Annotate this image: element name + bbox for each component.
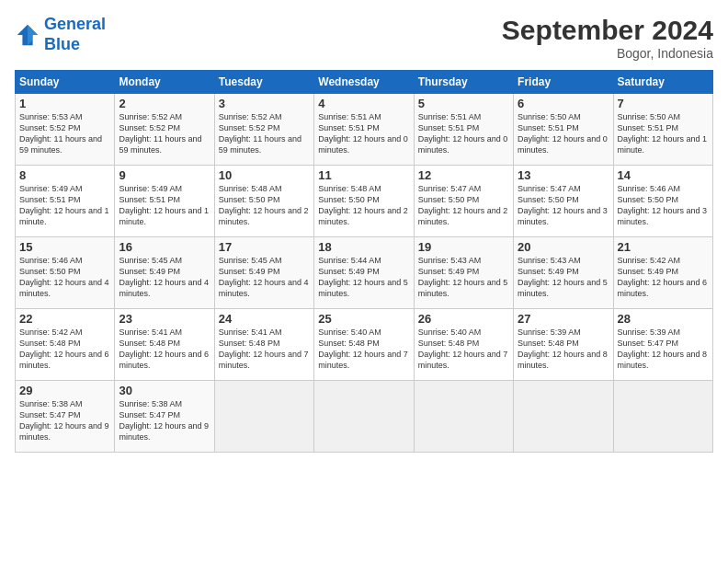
day-number: 29 — [19, 384, 110, 397]
day-number: 2 — [119, 97, 210, 110]
col-friday: Friday — [514, 71, 613, 94]
day-number: 12 — [418, 168, 509, 182]
day-number: 22 — [19, 312, 110, 326]
calendar-cell: 25 Sunrise: 5:40 AM Sunset: 5:48 PM Dayl… — [314, 309, 414, 381]
day-number: 24 — [219, 312, 310, 326]
week-row: 29 Sunrise: 5:38 AM Sunset: 5:47 PM Dayl… — [16, 381, 713, 453]
cell-info: Sunrise: 5:50 AM Sunset: 5:51 PM Dayligh… — [518, 111, 609, 156]
cell-info: Sunrise: 5:51 AM Sunset: 5:51 PM Dayligh… — [318, 111, 409, 156]
calendar-cell: 27 Sunrise: 5:39 AM Sunset: 5:48 PM Dayl… — [514, 309, 613, 381]
col-sunday: Sunday — [16, 71, 115, 94]
cell-info: Sunrise: 5:38 AM Sunset: 5:47 PM Dayligh… — [119, 398, 210, 443]
day-number: 28 — [618, 312, 709, 326]
day-number: 30 — [119, 384, 210, 397]
cell-info: Sunrise: 5:41 AM Sunset: 5:48 PM Dayligh… — [219, 327, 310, 372]
col-wednesday: Wednesday — [314, 71, 414, 94]
calendar-cell: 14 Sunrise: 5:46 AM Sunset: 5:50 PM Dayl… — [613, 166, 712, 237]
cell-info: Sunrise: 5:52 AM Sunset: 5:52 PM Dayligh… — [219, 111, 310, 156]
calendar-cell: 1 Sunrise: 5:53 AM Sunset: 5:52 PM Dayli… — [16, 94, 115, 166]
calendar-cell: 26 Sunrise: 5:40 AM Sunset: 5:48 PM Dayl… — [414, 309, 513, 381]
day-number: 9 — [119, 168, 210, 182]
calendar-cell: 22 Sunrise: 5:42 AM Sunset: 5:48 PM Dayl… — [16, 309, 115, 381]
calendar-cell: 23 Sunrise: 5:41 AM Sunset: 5:48 PM Dayl… — [115, 309, 214, 381]
col-saturday: Saturday — [613, 71, 712, 94]
calendar-cell — [414, 381, 513, 453]
day-number: 16 — [119, 240, 210, 254]
calendar-header: Sunday Monday Tuesday Wednesday Thursday… — [16, 71, 713, 94]
header-row: Sunday Monday Tuesday Wednesday Thursday… — [16, 71, 713, 94]
day-number: 26 — [418, 312, 509, 326]
cell-info: Sunrise: 5:43 AM Sunset: 5:49 PM Dayligh… — [418, 255, 509, 300]
day-number: 23 — [119, 312, 210, 326]
calendar-cell: 30 Sunrise: 5:38 AM Sunset: 5:47 PM Dayl… — [115, 381, 214, 453]
day-number: 15 — [19, 240, 110, 254]
cell-info: Sunrise: 5:48 AM Sunset: 5:50 PM Dayligh… — [219, 183, 310, 228]
day-number: 5 — [418, 97, 509, 110]
calendar-cell: 2 Sunrise: 5:52 AM Sunset: 5:52 PM Dayli… — [115, 94, 214, 166]
day-number: 27 — [518, 312, 609, 326]
day-number: 13 — [518, 168, 609, 182]
day-number: 4 — [318, 97, 409, 110]
logo-icon — [15, 22, 40, 48]
col-tuesday: Tuesday — [214, 71, 313, 94]
calendar-cell: 10 Sunrise: 5:48 AM Sunset: 5:50 PM Dayl… — [214, 166, 313, 237]
day-number: 3 — [219, 97, 310, 110]
cell-info: Sunrise: 5:39 AM Sunset: 5:47 PM Dayligh… — [618, 327, 709, 372]
logo-general: General — [44, 15, 106, 33]
cell-info: Sunrise: 5:48 AM Sunset: 5:50 PM Dayligh… — [318, 183, 409, 228]
day-number: 21 — [618, 240, 709, 254]
calendar-cell: 12 Sunrise: 5:47 AM Sunset: 5:50 PM Dayl… — [414, 166, 513, 237]
day-number: 20 — [518, 240, 609, 254]
cell-info: Sunrise: 5:40 AM Sunset: 5:48 PM Dayligh… — [418, 327, 509, 372]
calendar-body: 1 Sunrise: 5:53 AM Sunset: 5:52 PM Dayli… — [16, 94, 713, 453]
cell-info: Sunrise: 5:38 AM Sunset: 5:47 PM Dayligh… — [19, 398, 110, 443]
calendar-cell: 18 Sunrise: 5:44 AM Sunset: 5:49 PM Dayl… — [314, 237, 414, 309]
calendar-table: Sunday Monday Tuesday Wednesday Thursday… — [15, 70, 713, 453]
calendar-cell: 19 Sunrise: 5:43 AM Sunset: 5:49 PM Dayl… — [414, 237, 513, 309]
week-row: 22 Sunrise: 5:42 AM Sunset: 5:48 PM Dayl… — [16, 309, 713, 381]
col-thursday: Thursday — [414, 71, 513, 94]
calendar-page: General Blue September 2024 Bogor, Indon… — [0, 0, 728, 563]
logo: General Blue — [15, 15, 106, 54]
cell-info: Sunrise: 5:39 AM Sunset: 5:48 PM Dayligh… — [518, 327, 609, 372]
cell-info: Sunrise: 5:46 AM Sunset: 5:50 PM Dayligh… — [618, 183, 709, 228]
calendar-cell: 17 Sunrise: 5:45 AM Sunset: 5:49 PM Dayl… — [214, 237, 313, 309]
calendar-cell — [314, 381, 414, 453]
cell-info: Sunrise: 5:44 AM Sunset: 5:49 PM Dayligh… — [318, 255, 409, 300]
day-number: 7 — [618, 97, 709, 110]
col-monday: Monday — [115, 71, 214, 94]
cell-info: Sunrise: 5:46 AM Sunset: 5:50 PM Dayligh… — [19, 255, 110, 300]
calendar-cell: 5 Sunrise: 5:51 AM Sunset: 5:51 PM Dayli… — [414, 94, 513, 166]
cell-info: Sunrise: 5:51 AM Sunset: 5:51 PM Dayligh… — [418, 111, 509, 156]
calendar-cell: 4 Sunrise: 5:51 AM Sunset: 5:51 PM Dayli… — [314, 94, 414, 166]
calendar-cell — [514, 381, 613, 453]
cell-info: Sunrise: 5:49 AM Sunset: 5:51 PM Dayligh… — [19, 183, 110, 228]
week-row: 1 Sunrise: 5:53 AM Sunset: 5:52 PM Dayli… — [16, 94, 713, 166]
week-row: 8 Sunrise: 5:49 AM Sunset: 5:51 PM Dayli… — [16, 166, 713, 237]
calendar-cell — [613, 381, 712, 453]
day-number: 14 — [618, 168, 709, 182]
calendar-cell: 16 Sunrise: 5:45 AM Sunset: 5:49 PM Dayl… — [115, 237, 214, 309]
calendar-cell: 11 Sunrise: 5:48 AM Sunset: 5:50 PM Dayl… — [314, 166, 414, 237]
logo-blue: Blue — [44, 35, 80, 53]
calendar-cell: 20 Sunrise: 5:43 AM Sunset: 5:49 PM Dayl… — [514, 237, 613, 309]
calendar-cell: 7 Sunrise: 5:50 AM Sunset: 5:51 PM Dayli… — [613, 94, 712, 166]
calendar-cell: 15 Sunrise: 5:46 AM Sunset: 5:50 PM Dayl… — [16, 237, 115, 309]
cell-info: Sunrise: 5:45 AM Sunset: 5:49 PM Dayligh… — [119, 255, 210, 300]
day-number: 18 — [318, 240, 409, 254]
cell-info: Sunrise: 5:50 AM Sunset: 5:51 PM Dayligh… — [618, 111, 709, 156]
calendar-cell — [214, 381, 313, 453]
cell-info: Sunrise: 5:45 AM Sunset: 5:49 PM Dayligh… — [219, 255, 310, 300]
day-number: 17 — [219, 240, 310, 254]
day-number: 25 — [318, 312, 409, 326]
cell-info: Sunrise: 5:43 AM Sunset: 5:49 PM Dayligh… — [518, 255, 609, 300]
calendar-cell: 29 Sunrise: 5:38 AM Sunset: 5:47 PM Dayl… — [16, 381, 115, 453]
header: General Blue September 2024 Bogor, Indon… — [15, 15, 713, 61]
cell-info: Sunrise: 5:53 AM Sunset: 5:52 PM Dayligh… — [19, 111, 110, 156]
location: Bogor, Indonesia — [502, 46, 713, 61]
calendar-cell: 21 Sunrise: 5:42 AM Sunset: 5:49 PM Dayl… — [613, 237, 712, 309]
cell-info: Sunrise: 5:42 AM Sunset: 5:48 PM Dayligh… — [19, 327, 110, 372]
day-number: 19 — [418, 240, 509, 254]
day-number: 1 — [19, 97, 110, 110]
day-number: 11 — [318, 168, 409, 182]
